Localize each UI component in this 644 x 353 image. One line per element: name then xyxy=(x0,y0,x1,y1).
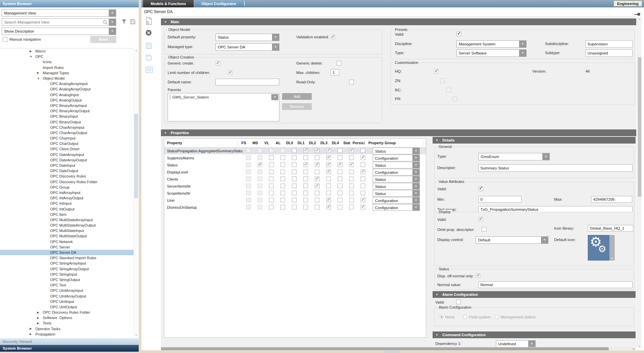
tree-item[interactable]: OPC StringArrayOutput xyxy=(0,266,134,272)
flag-checkbox-persist[interactable] xyxy=(361,176,365,181)
dropdown-arrow-icon[interactable]: ▼ xyxy=(412,197,419,203)
property-row[interactable]: StatusPropagation.AggregatedSummaryStatu… xyxy=(164,147,426,154)
flag-checkbox-stat[interactable] xyxy=(349,184,354,188)
scroll-down-icon[interactable]: ▼ xyxy=(134,334,138,337)
tree-item[interactable]: OPC Discovery Rules xyxy=(0,173,134,179)
view-select[interactable]: Management View ▼ xyxy=(2,9,116,17)
flag-checkbox-dl1[interactable] xyxy=(303,198,308,202)
flag-checkbox-al[interactable] xyxy=(280,205,285,209)
flag-checkbox-dl2[interactable] xyxy=(315,169,319,174)
flag-checkbox-dl4[interactable] xyxy=(338,176,342,181)
search-icon[interactable] xyxy=(103,20,108,26)
flag-checkbox-dl4[interactable] xyxy=(338,198,342,202)
tree-item[interactable]: OPC DateInput xyxy=(0,163,134,168)
flag-checkbox-dl3[interactable] xyxy=(326,176,331,181)
dropdown-arrow-icon[interactable]: ▼ xyxy=(412,148,419,154)
type-select[interactable]: GmsEnum ▼ xyxy=(478,153,550,160)
tree-item[interactable]: OPC IntInput xyxy=(0,201,134,206)
tree-item[interactable]: ▶Texts xyxy=(0,320,134,326)
tree-item[interactable]: OPC StringOutput xyxy=(0,277,134,282)
details-section-header[interactable]: ▼ Details xyxy=(433,137,636,144)
tree-item[interactable]: ▶Macro xyxy=(0,48,134,54)
tree-expanded-arrow-icon[interactable]: ▼ xyxy=(30,55,35,58)
flag-checkbox-dl3[interactable] xyxy=(326,169,331,174)
column-header[interactable]: MS xyxy=(249,141,261,145)
tree-item[interactable]: OPC IntOutput xyxy=(0,206,134,211)
dropdown-arrow-icon[interactable]: ▼ xyxy=(412,162,419,168)
dropdown-arrow-icon[interactable]: ▼ xyxy=(528,341,535,347)
property-group-select[interactable]: Configuration▼ xyxy=(373,204,420,211)
tree-item[interactable]: ▶OPC Discovery Rules Folder xyxy=(0,310,134,315)
flag-checkbox-dl0[interactable] xyxy=(292,169,297,174)
flag-checkbox-stat[interactable] xyxy=(349,162,354,167)
column-header[interactable]: DL2 xyxy=(307,141,318,145)
flag-checkbox-dl1[interactable] xyxy=(303,148,308,153)
dropdown-arrow-icon[interactable]: ▼ xyxy=(109,28,116,35)
scroll-up-icon[interactable]: ▲ xyxy=(637,18,642,20)
flag-checkbox-stat[interactable] xyxy=(349,169,354,174)
flag-checkbox-dl3[interactable] xyxy=(326,184,331,188)
flag-checkbox-dl0[interactable] xyxy=(292,198,297,202)
flag-checkbox-al[interactable] xyxy=(280,162,285,167)
engineering-mode-badge[interactable]: Engineering xyxy=(614,1,642,6)
dropdown-arrow-icon[interactable]: ▼ xyxy=(109,19,116,26)
property-row[interactable]: DisplayLevelConfiguration▼ xyxy=(164,168,426,175)
flag-checkbox-stat[interactable] xyxy=(349,191,354,195)
dropdown-arrow-icon[interactable]: ▼ xyxy=(541,237,548,243)
command-section-header[interactable]: ▼ Command Configuration xyxy=(433,331,636,338)
omit-descriptor-checkbox[interactable] xyxy=(482,227,486,232)
flag-checkbox-persist[interactable] xyxy=(361,191,365,195)
tree-item[interactable]: OPC MultiStateInput xyxy=(0,228,134,233)
property-row[interactable]: UserConfiguration▼ xyxy=(164,197,426,204)
default-property-select[interactable]: Status ▼ xyxy=(215,34,279,41)
tree-item[interactable]: Icons xyxy=(0,59,134,65)
column-header[interactable]: AL xyxy=(272,141,284,145)
tree-item[interactable]: OPC UIntArrayInput xyxy=(0,288,134,293)
subtype-input[interactable] xyxy=(585,49,633,57)
flag-checkbox-vl[interactable] xyxy=(269,155,274,160)
parent-list-item[interactable]: GMS_Server_Station xyxy=(172,95,209,99)
tree-item[interactable]: OPC AnalogArrayOutput xyxy=(0,86,134,92)
flag-checkbox-dl2[interactable] xyxy=(315,176,319,181)
properties-section-header[interactable]: ▼ Properties xyxy=(161,129,636,136)
property-row[interactable]: DismissOnStartupConfiguration▼ xyxy=(164,204,426,211)
flag-checkbox-dl2[interactable] xyxy=(315,155,319,160)
flag-checkbox-al[interactable] xyxy=(280,191,285,195)
generic-delete-checkbox[interactable] xyxy=(337,61,341,66)
tree-collapsed-arrow-icon[interactable]: ▶ xyxy=(30,50,35,53)
tab-object-configurator[interactable]: Object Configurator xyxy=(194,0,244,7)
dropdown-arrow-icon[interactable]: ▼ xyxy=(412,204,419,210)
filter-icon[interactable] xyxy=(121,19,127,26)
flag-checkbox-dl2[interactable] xyxy=(315,198,319,202)
flag-checkbox-stat[interactable] xyxy=(349,176,354,181)
horizontal-scrollbar-thumb[interactable] xyxy=(161,347,609,350)
flag-checkbox-dl2[interactable] xyxy=(315,205,319,209)
property-row[interactable]: StatusStatus▼ xyxy=(164,161,426,168)
tree-scrollbar[interactable]: ▲ ▼ xyxy=(134,48,138,337)
flag-checkbox-dl3[interactable] xyxy=(326,155,331,160)
flag-checkbox-dl2[interactable] xyxy=(315,148,319,153)
property-group-select[interactable]: Configuration▼ xyxy=(373,155,420,161)
tree-item[interactable]: OPC DateOutput xyxy=(0,168,134,173)
add-parent-button[interactable]: Add xyxy=(282,93,312,100)
tree-item[interactable]: Import Rules xyxy=(0,65,134,70)
sidebar-bottom-bar[interactable]: System Browser xyxy=(0,345,139,352)
property-group-select[interactable]: Configuration▼ xyxy=(373,197,420,204)
tree-item[interactable]: OPC MultiStateArrayInput xyxy=(0,217,134,223)
alarm-valid-checkbox[interactable] xyxy=(456,300,461,304)
tree-item[interactable]: OPC UintOutput xyxy=(0,304,134,310)
tree-item[interactable]: OPC IntArrayOutput xyxy=(0,195,134,201)
flag-checkbox-dl1[interactable] xyxy=(303,169,308,174)
collapse-arrow-icon[interactable]: ▼ xyxy=(436,293,438,296)
flag-checkbox-dl3[interactable] xyxy=(326,191,331,195)
default-icon-gears[interactable]: ⚙ ⚙ xyxy=(588,235,609,261)
dropdown-arrow-icon[interactable]: ▼ xyxy=(519,50,526,56)
read-only-checkbox[interactable] xyxy=(349,80,354,84)
flag-checkbox-persist[interactable] xyxy=(361,169,365,174)
flag-checkbox-dl4[interactable] xyxy=(338,191,342,195)
alarm-section-header[interactable]: ▼ Alarm Configuration xyxy=(433,291,636,298)
flag-checkbox-al[interactable] xyxy=(280,184,285,188)
column-header[interactable]: Property Group xyxy=(364,140,421,146)
flag-checkbox-dl1[interactable] xyxy=(303,162,308,167)
tree-item[interactable]: ▶Software Options xyxy=(0,315,134,320)
